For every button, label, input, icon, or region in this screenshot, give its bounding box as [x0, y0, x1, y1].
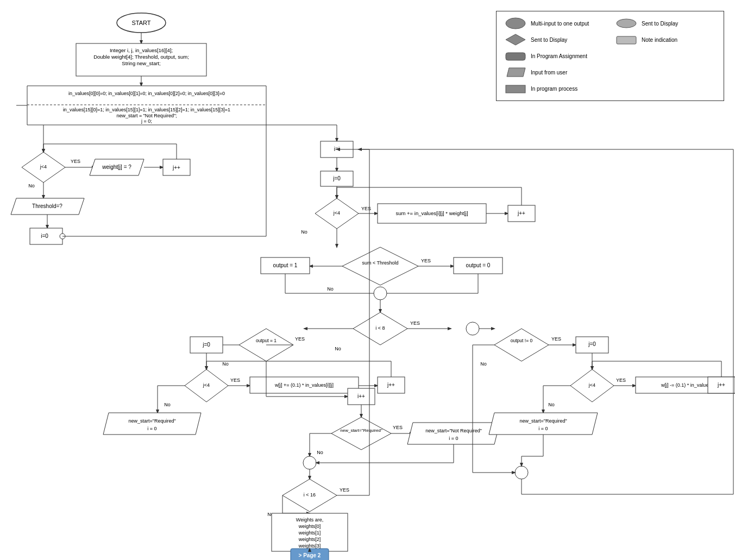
legend-item-input: Input from user	[505, 66, 605, 79]
legend-item-process: In program process	[505, 82, 605, 95]
legend-label-multi: Multi-input to one output	[531, 21, 589, 27]
svg-text:YES: YES	[230, 377, 240, 383]
svg-marker-186	[506, 34, 525, 45]
svg-text:new_start = "Not Required";: new_start = "Not Required";	[116, 113, 177, 118]
svg-text:YES: YES	[616, 377, 626, 383]
svg-text:output = 1: output = 1	[273, 262, 298, 268]
svg-text:YES: YES	[340, 487, 349, 493]
legend-label-input: Input from user	[531, 70, 567, 75]
start-label: START	[131, 20, 150, 26]
svg-text:j<4: j<4	[333, 210, 340, 216]
svg-text:No: No	[335, 346, 341, 351]
svg-point-72	[374, 287, 387, 300]
svg-text:j++: j++	[387, 382, 395, 388]
svg-text:new_start="Required": new_start="Required"	[340, 428, 382, 433]
svg-text:i = 0: i = 0	[538, 426, 548, 431]
svg-text:YES: YES	[410, 320, 420, 326]
svg-text:weights[0]: weights[0]	[298, 524, 321, 529]
svg-text:new_start="Required": new_start="Required"	[128, 418, 175, 424]
svg-text:No: No	[480, 361, 487, 367]
svg-text:weights[3]: weights[3]	[298, 543, 321, 549]
svg-text:j=0: j=0	[202, 342, 210, 348]
svg-marker-190	[507, 68, 525, 77]
legend-item-inprog: In Program Assignment	[505, 49, 605, 62]
svg-text:output = 0: output = 0	[466, 262, 491, 268]
svg-text:i = 0: i = 0	[449, 436, 458, 441]
svg-text:sum += in_values[i][j] * weigh: sum += in_values[i][j] * weight[j]	[395, 210, 468, 216]
svg-marker-117	[331, 417, 391, 450]
declare-text: Integer i, j, in_values[16][4];	[110, 47, 173, 53]
svg-marker-109	[103, 413, 201, 435]
svg-text:YES: YES	[71, 159, 80, 164]
svg-text:j++: j++	[517, 210, 525, 216]
legend-item-multi: Multi-input to one output	[505, 17, 605, 30]
svg-text:YES: YES	[295, 336, 305, 342]
svg-point-166	[515, 466, 528, 479]
svg-text:YES: YES	[551, 336, 561, 342]
svg-text:YES: YES	[421, 258, 431, 263]
legend-label-note: Note indication	[642, 37, 677, 43]
svg-text:j++: j++	[717, 382, 725, 388]
svg-marker-58	[342, 247, 418, 285]
svg-marker-167	[489, 413, 598, 435]
svg-text:j = 0;: j = 0;	[141, 118, 152, 124]
svg-point-185	[617, 19, 636, 28]
svg-text:weights[2]: weights[2]	[298, 537, 321, 542]
svg-text:j<4: j<4	[203, 382, 210, 388]
svg-text:i < 8: i < 8	[375, 325, 385, 331]
legend-label-condition: Sent to Display	[531, 37, 567, 43]
svg-text:No: No	[164, 402, 171, 407]
legend-item-note: Note indication	[615, 33, 715, 46]
svg-text:sum < Threshold: sum < Threshold	[362, 260, 398, 266]
legend-item-space	[615, 49, 715, 62]
svg-point-127	[303, 456, 316, 469]
svg-text:Threshold=?: Threshold=?	[32, 203, 62, 209]
svg-rect-191	[506, 85, 525, 93]
svg-point-84	[466, 322, 479, 335]
svg-rect-188	[506, 53, 525, 60]
svg-text:j<4: j<4	[588, 382, 595, 388]
svg-rect-187	[617, 36, 636, 44]
legend-label-sent: Sent to Display	[642, 21, 678, 27]
svg-text:No: No	[28, 183, 35, 188]
svg-marker-122	[407, 423, 500, 444]
legend-label-process: In program process	[531, 86, 577, 92]
svg-text:No: No	[327, 286, 334, 292]
svg-text:Double weight[4]; Threshold, o: Double weight[4]; Threshold, output, sum…	[93, 54, 189, 60]
legend-item-condition: Sent to Display	[505, 33, 605, 46]
svg-text:> Page 2: > Page 2	[299, 552, 321, 558]
svg-text:new_start="Not Required": new_start="Not Required"	[425, 428, 482, 433]
svg-text:No: No	[301, 229, 307, 235]
legend-item-space2	[615, 66, 715, 79]
svg-text:w[j] += (0.1) * in_values[i][j: w[j] += (0.1) * in_values[i][j]	[274, 382, 334, 388]
svg-text:j=0: j=0	[588, 341, 596, 347]
svg-text:i++: i++	[357, 393, 365, 399]
svg-text:in_values[0][0]=0; in_values[0: in_values[0][0]=0; in_values[0][1]=0; in…	[68, 91, 225, 96]
svg-marker-85	[494, 329, 549, 361]
svg-text:output != 0: output != 0	[511, 338, 533, 343]
svg-text:j++: j++	[172, 165, 180, 171]
svg-text:i=0: i=0	[41, 233, 48, 239]
svg-text:No: No	[317, 450, 323, 455]
svg-text:weights[1]: weights[1]	[298, 530, 321, 536]
svg-text:No: No	[222, 361, 229, 367]
svg-text:new_start="Required": new_start="Required"	[519, 418, 567, 424]
svg-text:YES: YES	[393, 425, 403, 430]
svg-text:output = 1: output = 1	[256, 338, 277, 343]
legend-label-inprog: In Program Assignment	[531, 53, 587, 59]
svg-text:i = 0: i = 0	[147, 426, 156, 431]
legend-panel: Multi-input to one output Sent to Displa…	[496, 11, 724, 101]
svg-point-184	[506, 18, 525, 29]
legend-item-sent: Sent to Display	[615, 17, 715, 30]
svg-text:Weights are,: Weights are,	[296, 517, 323, 523]
svg-text:No: No	[548, 402, 555, 407]
cond-j4-label: j<4	[40, 164, 47, 169]
svg-text:weight[j] = ?: weight[j] = ?	[102, 164, 131, 170]
svg-text:in_values[15][0]=1; in_values[: in_values[15][0]=1; in_values[15][1]=1; …	[63, 107, 230, 112]
svg-text:String new_start;: String new_start;	[122, 60, 160, 66]
svg-text:j=0: j=0	[332, 175, 341, 181]
svg-text:i < 16: i < 16	[304, 492, 316, 498]
